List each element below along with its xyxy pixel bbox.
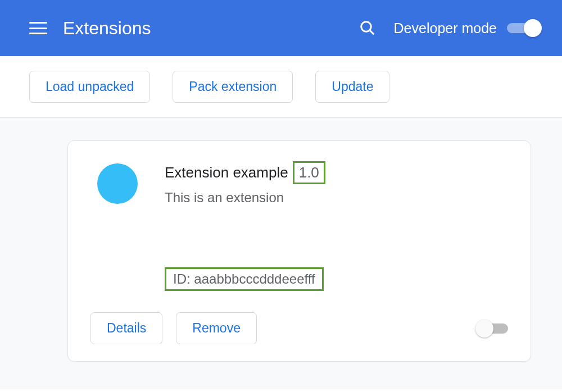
extension-version: 1.0	[293, 161, 325, 184]
remove-button[interactable]: Remove	[176, 312, 257, 344]
extension-icon	[97, 163, 138, 204]
developer-mode-label: Developer mode	[394, 20, 497, 37]
svg-line-1	[369, 30, 374, 35]
extension-id: ID: aaabbbcccdddeeefff	[173, 271, 315, 286]
developer-toolbar: Load unpacked Pack extension Update	[0, 56, 562, 118]
details-button[interactable]: Details	[90, 312, 162, 344]
pack-extension-button[interactable]: Pack extension	[173, 71, 293, 103]
search-icon[interactable]	[359, 20, 376, 37]
menu-icon[interactable]	[29, 22, 47, 34]
svg-point-0	[361, 22, 371, 32]
update-button[interactable]: Update	[315, 71, 389, 103]
extension-description: This is an extension	[165, 190, 508, 206]
extension-card: Extension example 1.0 This is an extensi…	[67, 140, 531, 362]
extension-name: Extension example	[165, 164, 288, 181]
developer-mode-toggle[interactable]	[507, 23, 540, 33]
page-title: Extensions	[63, 18, 151, 39]
extension-id-highlight: ID: aaabbbcccdddeeefff	[165, 267, 324, 291]
app-header: Extensions Developer mode	[0, 0, 562, 56]
load-unpacked-button[interactable]: Load unpacked	[29, 71, 150, 103]
extension-enable-toggle[interactable]	[478, 323, 508, 334]
content-area: Extension example 1.0 This is an extensi…	[0, 118, 562, 389]
